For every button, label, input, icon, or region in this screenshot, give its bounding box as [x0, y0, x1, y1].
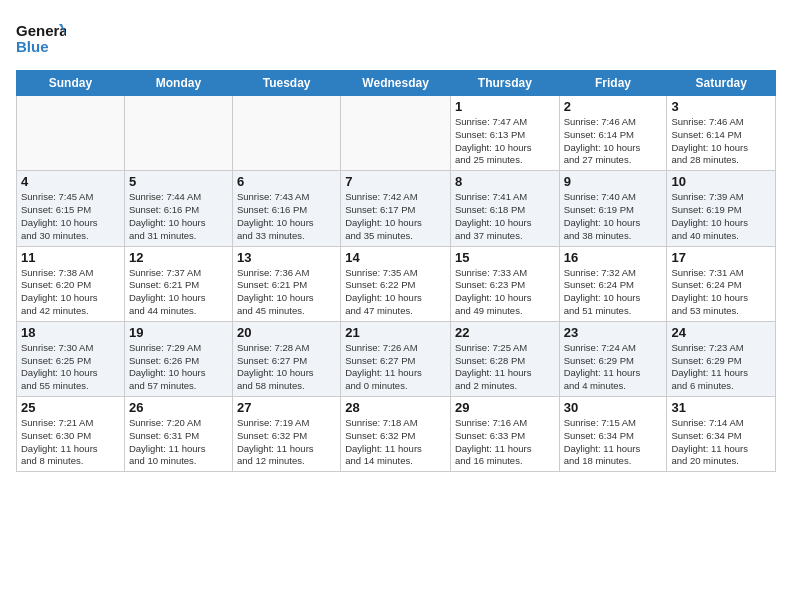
cell-info: Sunrise: 7:29 AMSunset: 6:26 PMDaylight:…	[129, 342, 228, 393]
date-number: 27	[237, 400, 336, 415]
cell-info: Sunrise: 7:26 AMSunset: 6:27 PMDaylight:…	[345, 342, 446, 393]
calendar-cell: 14Sunrise: 7:35 AMSunset: 6:22 PMDayligh…	[341, 246, 451, 321]
date-number: 18	[21, 325, 120, 340]
week-row-1: 1Sunrise: 7:47 AMSunset: 6:13 PMDaylight…	[17, 96, 776, 171]
svg-text:Blue: Blue	[16, 38, 49, 55]
calendar-cell: 29Sunrise: 7:16 AMSunset: 6:33 PMDayligh…	[450, 397, 559, 472]
calendar-cell: 20Sunrise: 7:28 AMSunset: 6:27 PMDayligh…	[232, 321, 340, 396]
date-number: 5	[129, 174, 228, 189]
cell-info: Sunrise: 7:21 AMSunset: 6:30 PMDaylight:…	[21, 417, 120, 468]
cell-info: Sunrise: 7:28 AMSunset: 6:27 PMDaylight:…	[237, 342, 336, 393]
cell-info: Sunrise: 7:20 AMSunset: 6:31 PMDaylight:…	[129, 417, 228, 468]
cell-info: Sunrise: 7:30 AMSunset: 6:25 PMDaylight:…	[21, 342, 120, 393]
week-row-5: 25Sunrise: 7:21 AMSunset: 6:30 PMDayligh…	[17, 397, 776, 472]
date-number: 16	[564, 250, 663, 265]
date-number: 23	[564, 325, 663, 340]
cell-info: Sunrise: 7:24 AMSunset: 6:29 PMDaylight:…	[564, 342, 663, 393]
cell-info: Sunrise: 7:42 AMSunset: 6:17 PMDaylight:…	[345, 191, 446, 242]
calendar-cell: 6Sunrise: 7:43 AMSunset: 6:16 PMDaylight…	[232, 171, 340, 246]
day-header-friday: Friday	[559, 71, 667, 96]
day-header-sunday: Sunday	[17, 71, 125, 96]
cell-info: Sunrise: 7:25 AMSunset: 6:28 PMDaylight:…	[455, 342, 555, 393]
cell-info: Sunrise: 7:40 AMSunset: 6:19 PMDaylight:…	[564, 191, 663, 242]
calendar-cell	[17, 96, 125, 171]
week-row-2: 4Sunrise: 7:45 AMSunset: 6:15 PMDaylight…	[17, 171, 776, 246]
date-number: 3	[671, 99, 771, 114]
day-header-saturday: Saturday	[667, 71, 776, 96]
week-row-4: 18Sunrise: 7:30 AMSunset: 6:25 PMDayligh…	[17, 321, 776, 396]
date-number: 4	[21, 174, 120, 189]
header: General Blue	[16, 16, 776, 62]
date-number: 15	[455, 250, 555, 265]
calendar-cell: 24Sunrise: 7:23 AMSunset: 6:29 PMDayligh…	[667, 321, 776, 396]
calendar-cell: 22Sunrise: 7:25 AMSunset: 6:28 PMDayligh…	[450, 321, 559, 396]
calendar-cell: 12Sunrise: 7:37 AMSunset: 6:21 PMDayligh…	[124, 246, 232, 321]
logo-svg: General Blue	[16, 20, 66, 62]
calendar-cell: 30Sunrise: 7:15 AMSunset: 6:34 PMDayligh…	[559, 397, 667, 472]
date-number: 7	[345, 174, 446, 189]
cell-info: Sunrise: 7:16 AMSunset: 6:33 PMDaylight:…	[455, 417, 555, 468]
day-header-monday: Monday	[124, 71, 232, 96]
calendar-cell: 28Sunrise: 7:18 AMSunset: 6:32 PMDayligh…	[341, 397, 451, 472]
date-number: 12	[129, 250, 228, 265]
calendar-cell: 7Sunrise: 7:42 AMSunset: 6:17 PMDaylight…	[341, 171, 451, 246]
calendar-cell: 10Sunrise: 7:39 AMSunset: 6:19 PMDayligh…	[667, 171, 776, 246]
cell-info: Sunrise: 7:23 AMSunset: 6:29 PMDaylight:…	[671, 342, 771, 393]
calendar-cell: 18Sunrise: 7:30 AMSunset: 6:25 PMDayligh…	[17, 321, 125, 396]
date-number: 28	[345, 400, 446, 415]
calendar-cell: 31Sunrise: 7:14 AMSunset: 6:34 PMDayligh…	[667, 397, 776, 472]
cell-info: Sunrise: 7:38 AMSunset: 6:20 PMDaylight:…	[21, 267, 120, 318]
cell-info: Sunrise: 7:19 AMSunset: 6:32 PMDaylight:…	[237, 417, 336, 468]
day-headers-row: SundayMondayTuesdayWednesdayThursdayFrid…	[17, 71, 776, 96]
cell-info: Sunrise: 7:31 AMSunset: 6:24 PMDaylight:…	[671, 267, 771, 318]
date-number: 1	[455, 99, 555, 114]
calendar-cell: 9Sunrise: 7:40 AMSunset: 6:19 PMDaylight…	[559, 171, 667, 246]
calendar-cell: 26Sunrise: 7:20 AMSunset: 6:31 PMDayligh…	[124, 397, 232, 472]
date-number: 31	[671, 400, 771, 415]
day-header-thursday: Thursday	[450, 71, 559, 96]
cell-info: Sunrise: 7:43 AMSunset: 6:16 PMDaylight:…	[237, 191, 336, 242]
week-row-3: 11Sunrise: 7:38 AMSunset: 6:20 PMDayligh…	[17, 246, 776, 321]
calendar-cell: 11Sunrise: 7:38 AMSunset: 6:20 PMDayligh…	[17, 246, 125, 321]
calendar-cell	[232, 96, 340, 171]
calendar-cell: 15Sunrise: 7:33 AMSunset: 6:23 PMDayligh…	[450, 246, 559, 321]
date-number: 11	[21, 250, 120, 265]
date-number: 2	[564, 99, 663, 114]
calendar-cell: 21Sunrise: 7:26 AMSunset: 6:27 PMDayligh…	[341, 321, 451, 396]
cell-info: Sunrise: 7:18 AMSunset: 6:32 PMDaylight:…	[345, 417, 446, 468]
calendar-cell: 16Sunrise: 7:32 AMSunset: 6:24 PMDayligh…	[559, 246, 667, 321]
date-number: 10	[671, 174, 771, 189]
cell-info: Sunrise: 7:44 AMSunset: 6:16 PMDaylight:…	[129, 191, 228, 242]
day-header-wednesday: Wednesday	[341, 71, 451, 96]
cell-info: Sunrise: 7:46 AMSunset: 6:14 PMDaylight:…	[671, 116, 771, 167]
cell-info: Sunrise: 7:33 AMSunset: 6:23 PMDaylight:…	[455, 267, 555, 318]
date-number: 9	[564, 174, 663, 189]
calendar-table: SundayMondayTuesdayWednesdayThursdayFrid…	[16, 70, 776, 472]
calendar-cell: 3Sunrise: 7:46 AMSunset: 6:14 PMDaylight…	[667, 96, 776, 171]
date-number: 6	[237, 174, 336, 189]
date-number: 17	[671, 250, 771, 265]
cell-info: Sunrise: 7:45 AMSunset: 6:15 PMDaylight:…	[21, 191, 120, 242]
cell-info: Sunrise: 7:32 AMSunset: 6:24 PMDaylight:…	[564, 267, 663, 318]
calendar-cell	[341, 96, 451, 171]
date-number: 13	[237, 250, 336, 265]
date-number: 29	[455, 400, 555, 415]
calendar-cell: 13Sunrise: 7:36 AMSunset: 6:21 PMDayligh…	[232, 246, 340, 321]
day-header-tuesday: Tuesday	[232, 71, 340, 96]
calendar-cell: 19Sunrise: 7:29 AMSunset: 6:26 PMDayligh…	[124, 321, 232, 396]
calendar-cell: 2Sunrise: 7:46 AMSunset: 6:14 PMDaylight…	[559, 96, 667, 171]
date-number: 19	[129, 325, 228, 340]
cell-info: Sunrise: 7:14 AMSunset: 6:34 PMDaylight:…	[671, 417, 771, 468]
calendar-cell: 25Sunrise: 7:21 AMSunset: 6:30 PMDayligh…	[17, 397, 125, 472]
cell-info: Sunrise: 7:37 AMSunset: 6:21 PMDaylight:…	[129, 267, 228, 318]
cell-info: Sunrise: 7:35 AMSunset: 6:22 PMDaylight:…	[345, 267, 446, 318]
date-number: 30	[564, 400, 663, 415]
calendar-cell	[124, 96, 232, 171]
date-number: 22	[455, 325, 555, 340]
date-number: 20	[237, 325, 336, 340]
date-number: 26	[129, 400, 228, 415]
logo: General Blue	[16, 20, 66, 62]
cell-info: Sunrise: 7:41 AMSunset: 6:18 PMDaylight:…	[455, 191, 555, 242]
cell-info: Sunrise: 7:15 AMSunset: 6:34 PMDaylight:…	[564, 417, 663, 468]
calendar-cell: 4Sunrise: 7:45 AMSunset: 6:15 PMDaylight…	[17, 171, 125, 246]
